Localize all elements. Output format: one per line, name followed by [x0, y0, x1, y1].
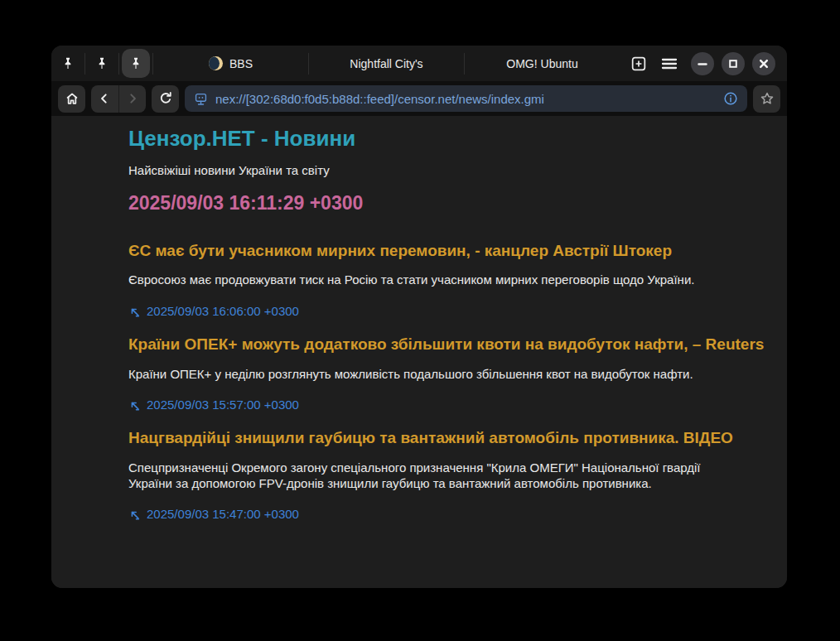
- pinned-tab-3-active[interactable]: [119, 46, 152, 81]
- url-bar[interactable]: nex://[302:68d0:f0d5:b88d::feed]/censor.…: [185, 85, 747, 112]
- window-controls: [691, 52, 787, 75]
- back-icon: [96, 90, 113, 107]
- menu-button[interactable]: [659, 54, 679, 74]
- close-button[interactable]: [752, 52, 775, 75]
- minimize-icon: [693, 54, 712, 74]
- tab-bbs[interactable]: BBS: [153, 46, 308, 81]
- forward-icon: [124, 90, 141, 107]
- back-button[interactable]: [91, 85, 118, 113]
- terminal-monitor-icon: [193, 91, 209, 107]
- page-content: Цензор.НЕТ - Новини Найсвіжіші новини Ук…: [51, 116, 787, 588]
- nw-arrow-icon: [128, 508, 141, 521]
- tab-label: BBS: [229, 57, 253, 70]
- article-title: ЄС має бути учасником мирних перемовин, …: [128, 242, 770, 261]
- hamburger-menu-icon: [659, 54, 679, 74]
- pushpin-icon: [95, 56, 109, 71]
- pinned-tab-1[interactable]: [51, 46, 84, 81]
- article-timestamp-link[interactable]: 2025/09/03 16:06:00 +0300: [128, 304, 299, 320]
- moon-icon: [209, 56, 223, 70]
- history-buttons: [91, 85, 146, 113]
- tabbar-actions: [620, 54, 691, 74]
- reload-icon: [157, 90, 174, 107]
- home-icon: [64, 90, 80, 107]
- article-timestamp-link[interactable]: 2025/09/03 15:57:00 +0300: [128, 398, 299, 413]
- tab-bar: BBS Nightfall City's OMG! Ubuntu: [51, 46, 787, 81]
- feed-timestamp: 2025/09/03 16:11:29 +0300: [128, 192, 770, 215]
- url-text: nex://[302:68d0:f0d5:b88d::feed]/censor.…: [215, 92, 716, 106]
- article-2: Країни ОПЕК+ можуть додатково збільшити …: [128, 335, 770, 413]
- article-timestamp: 2025/09/03 16:06:00 +0300: [147, 304, 299, 320]
- article-timestamp: 2025/09/03 15:57:00 +0300: [147, 398, 299, 413]
- info-icon[interactable]: [722, 90, 739, 107]
- close-icon: [754, 54, 774, 74]
- new-tab-icon: [630, 55, 648, 73]
- tab-label: Nightfall City's: [350, 57, 422, 70]
- article-body: Євросоюз має продовжувати тиск на Росію …: [128, 272, 708, 288]
- article-title: Країни ОПЕК+ можуть додатково збільшити …: [128, 335, 770, 354]
- article-title: Нацгвардійці знищили гаубицю та вантажни…: [128, 429, 770, 448]
- article-timestamp: 2025/09/03 15:47:00 +0300: [147, 507, 299, 523]
- article-3: Нацгвардійці знищили гаубицю та вантажни…: [128, 429, 770, 523]
- nw-arrow-icon: [128, 399, 141, 412]
- nw-arrow-icon: [128, 306, 141, 318]
- navigation-bar: nex://[302:68d0:f0d5:b88d::feed]/censor.…: [51, 81, 787, 116]
- article-timestamp-link[interactable]: 2025/09/03 15:47:00 +0300: [128, 507, 299, 523]
- pinned-tab-2[interactable]: [85, 46, 118, 81]
- tab-nightfall-citys[interactable]: Nightfall City's: [309, 46, 464, 81]
- page-title: Цензор.НЕТ - Новини: [128, 126, 770, 152]
- browser-window: BBS Nightfall City's OMG! Ubuntu: [51, 46, 787, 588]
- article-body: Країни ОПЕК+ у неділю розглянуть можливі…: [128, 367, 708, 383]
- pushpin-icon: [61, 56, 75, 71]
- tab-omg-ubuntu[interactable]: OMG! Ubuntu: [465, 46, 620, 81]
- reload-button[interactable]: [152, 85, 179, 113]
- article-body: Спецпризначенці Окремого загону спеціаль…: [128, 460, 708, 492]
- page-subtitle: Найсвіжіші новини України та світу: [128, 163, 770, 179]
- star-icon: [759, 90, 775, 107]
- forward-button[interactable]: [118, 85, 146, 113]
- article-1: ЄС має бути учасником мирних перемовин, …: [128, 242, 770, 320]
- maximize-icon: [723, 54, 743, 74]
- bookmark-button[interactable]: [753, 85, 780, 113]
- home-button[interactable]: [58, 85, 85, 113]
- tab-label: OMG! Ubuntu: [506, 57, 577, 70]
- minimize-button[interactable]: [691, 52, 714, 75]
- maximize-button[interactable]: [722, 52, 745, 75]
- new-tab-button[interactable]: [630, 55, 648, 73]
- pushpin-icon: [129, 56, 142, 71]
